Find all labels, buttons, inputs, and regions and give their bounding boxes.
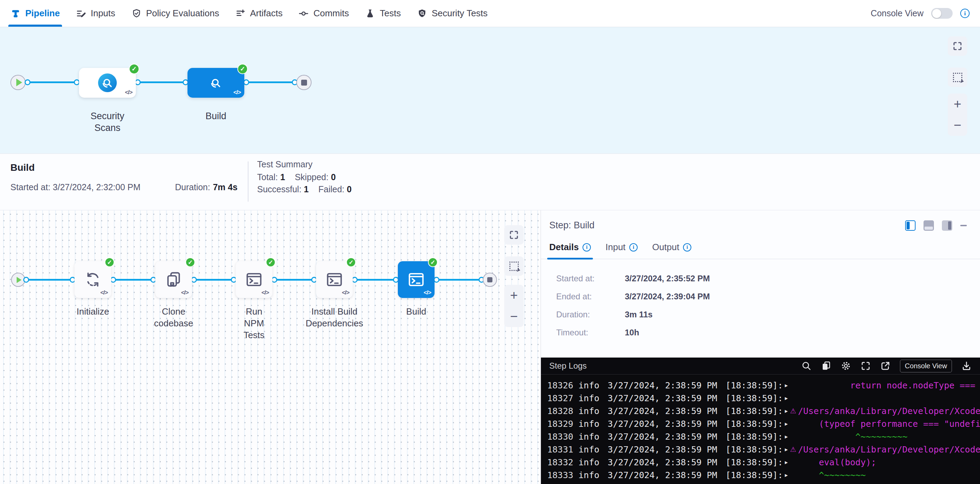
marquee-select-button[interactable] — [504, 256, 523, 276]
nav-tab[interactable]: Commits — [298, 0, 349, 27]
log-timestamp: 3/27/2024, 2:38:59 PM — [608, 379, 718, 392]
layout-right-button[interactable] — [942, 221, 952, 231]
code-chevrons-icon: </> — [100, 289, 108, 296]
log-row[interactable]: 18328 info 3/27/2024, 2:38:59 PM [18:38:… — [547, 405, 980, 417]
log-row[interactable]: 18330 info 3/27/2024, 2:38:59 PM [18:38:… — [547, 430, 980, 443]
detail-label: Ended at: — [556, 292, 625, 302]
nav-tabs: Pipeline — [10, 0, 504, 27]
info-icon[interactable]: i — [960, 9, 970, 18]
commits-icon — [298, 8, 309, 19]
settings-gear-icon[interactable] — [841, 361, 851, 371]
stage-pipeline-canvas[interactable]: ✓ </> Security Scans ✓ </> Build — [0, 27, 980, 154]
detail-value: 3/27/2024, 2:39:04 PM — [625, 292, 710, 302]
expand-arrow-icon[interactable]: ▸ — [785, 392, 790, 405]
stage-card[interactable]: ✓ </> Build — [188, 68, 244, 98]
step-graph-canvas[interactable]: ✓ </> Initialize — [0, 210, 541, 484]
run-started: Started at: 3/27/2024, 2:32:00 PM — [10, 182, 140, 192]
step-card[interactable]: ✓ </> Run NPM Tests — [235, 261, 272, 298]
marquee-select-button[interactable] — [948, 68, 967, 87]
code-chevrons-icon: </> — [342, 289, 349, 296]
zoom-out-button[interactable]: − — [948, 115, 967, 136]
nav-tab[interactable]: Inputs — [76, 0, 115, 27]
zoom-in-button[interactable]: + — [948, 94, 967, 115]
open-in-new-icon[interactable] — [880, 361, 891, 371]
warning-icon — [790, 469, 798, 482]
console-view-toggle[interactable] — [931, 8, 953, 19]
logs-toolbar: Step Logs Console View — [541, 357, 980, 375]
pipeline-end-node — [296, 75, 312, 90]
panel-tab-label: Input — [605, 242, 625, 252]
test-stat: Total:1 — [257, 172, 285, 182]
zoom-out-button[interactable]: − — [504, 306, 523, 327]
step-card[interactable]: ✓ </> Build — [398, 261, 434, 298]
expand-arrow-icon[interactable]: ▸ — [785, 405, 790, 417]
log-row[interactable]: 18329 info 3/27/2024, 2:38:59 PM [18:38:… — [547, 417, 980, 430]
log-timestamp: 3/27/2024, 2:38:59 PM — [608, 443, 718, 456]
minimize-panel-button[interactable] — [960, 225, 967, 226]
log-row[interactable]: 18331 info 3/27/2024, 2:38:59 PM [18:38:… — [547, 443, 980, 456]
warning-icon: ⚠ — [790, 405, 798, 417]
detail-row: Ended at: 3/27/2024, 2:39:04 PM — [556, 292, 980, 302]
log-message: (typeof performance === "undefined" — [798, 417, 980, 430]
detail-row: Duration: 3m 11s — [556, 310, 980, 319]
panel-tab-label: Details — [549, 242, 579, 252]
step-label: Run NPM Tests — [243, 306, 265, 341]
nav-tab[interactable]: Policy Evaluations — [131, 0, 220, 27]
nav-tab[interactable]: Pipeline — [10, 0, 60, 27]
nav-tab-label: Pipeline — [25, 8, 60, 19]
expand-arrow-icon[interactable]: ▸ — [785, 430, 790, 443]
log-body[interactable]: 18326 info 3/27/2024, 2:38:59 PM [18:38:… — [541, 375, 980, 484]
stop-icon — [487, 277, 492, 282]
panel-tab[interactable]: Output i — [652, 242, 691, 259]
expand-arrow-icon[interactable]: ▸ — [785, 417, 790, 430]
info-icon[interactable]: i — [582, 243, 591, 252]
step-card[interactable]: ✓ </> Install Build Dependencies — [316, 261, 353, 298]
nav-tab[interactable]: Tests — [365, 0, 401, 27]
fullscreen-button[interactable] — [948, 36, 967, 56]
info-icon[interactable]: i — [683, 243, 691, 252]
zoom-controls: + − — [504, 285, 523, 327]
expand-arrow-icon[interactable]: ▸ — [785, 469, 790, 482]
layout-bottom-button[interactable] — [924, 221, 934, 231]
zoom-in-button[interactable]: + — [504, 285, 523, 306]
fullscreen-button[interactable] — [504, 225, 523, 244]
step-card[interactable]: ✓ </> Clone codebase — [155, 261, 192, 298]
log-time: [18:38:59]: — [725, 456, 783, 469]
test-summary-title: Test Summary — [257, 159, 352, 170]
expand-arrow-icon[interactable]: ▸ — [785, 443, 790, 456]
search-icon[interactable] — [801, 361, 811, 371]
log-level: info — [578, 469, 599, 482]
log-level: info — [578, 417, 599, 430]
step-card[interactable]: ✓ </> Initialize — [75, 261, 111, 298]
panel-tab[interactable]: Input i — [605, 242, 638, 259]
clone-icon — [165, 271, 183, 289]
copy-icon[interactable] — [821, 361, 831, 371]
run-title: Build — [10, 162, 35, 173]
detail-value: 3m 11s — [625, 310, 652, 319]
console-view-button[interactable]: Console View — [900, 360, 952, 373]
log-message: ^~~~~~~~~~ — [798, 430, 980, 443]
stop-icon — [301, 80, 307, 86]
warning-icon — [790, 417, 798, 430]
download-icon[interactable] — [961, 361, 972, 371]
expand-arrow-icon[interactable]: ▸ — [785, 379, 790, 392]
layout-split-right-button[interactable] — [905, 221, 916, 231]
run-summary-bar: Build Started at: 3/27/2024, 2:32:00 PM … — [0, 154, 980, 210]
info-icon[interactable]: i — [629, 243, 638, 252]
expand-arrow-icon[interactable]: ▸ — [785, 456, 790, 469]
log-row[interactable]: 18332 info 3/27/2024, 2:38:59 PM [18:38:… — [547, 456, 980, 469]
fullscreen-icon[interactable] — [861, 361, 871, 371]
panel-tab[interactable]: Details i — [549, 242, 591, 259]
log-row[interactable]: 18327 info 3/27/2024, 2:38:59 PM [18:38:… — [547, 392, 980, 405]
log-line-number: 18333 — [547, 469, 573, 482]
nav-tab[interactable]: Security Tests — [417, 0, 488, 27]
nav-tab-label: Tests — [380, 8, 401, 19]
step-label: Install Build Dependencies — [305, 306, 363, 329]
inputs-icon — [76, 8, 86, 19]
log-row[interactable]: 18326 info 3/27/2024, 2:38:59 PM [18:38:… — [547, 379, 980, 392]
log-row[interactable]: 18333 info 3/27/2024, 2:38:59 PM [18:38:… — [547, 469, 980, 482]
nav-tab[interactable]: Artifacts — [235, 0, 283, 27]
stage-card[interactable]: ✓ </> Security Scans — [79, 68, 136, 98]
success-check-icon: ✓ — [266, 257, 275, 267]
warning-icon — [790, 430, 798, 443]
